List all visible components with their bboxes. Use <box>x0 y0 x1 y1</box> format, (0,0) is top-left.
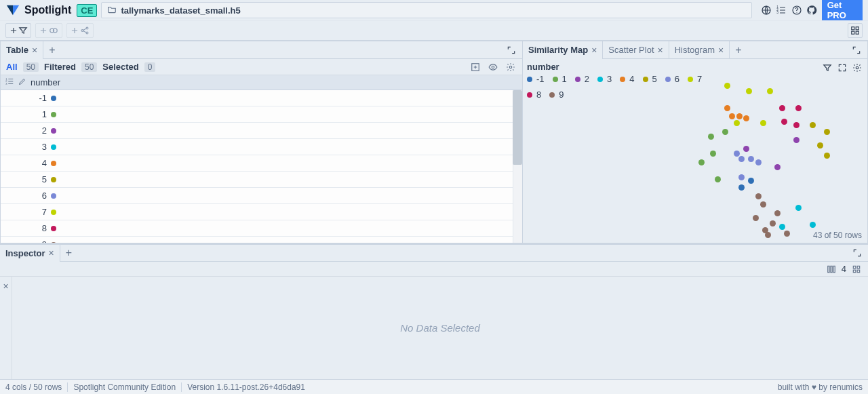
scatter-point[interactable] <box>708 134 714 140</box>
scatter-point[interactable] <box>817 142 823 149</box>
scatter-point[interactable] <box>779 105 785 111</box>
close-icon[interactable]: × <box>32 45 37 56</box>
close-icon[interactable]: × <box>0 277 12 379</box>
scatter-point[interactable] <box>738 184 745 191</box>
close-icon[interactable]: × <box>49 248 54 258</box>
scatter-point[interactable] <box>779 224 785 230</box>
eye-icon[interactable] <box>487 61 499 73</box>
scatter-point[interactable] <box>738 156 745 162</box>
scatter-point[interactable] <box>715 176 721 182</box>
add-column-icon[interactable] <box>469 61 481 73</box>
scatter-area[interactable] <box>523 59 867 243</box>
scrollbar-thumb[interactable] <box>513 90 522 165</box>
scatter-point[interactable] <box>743 146 749 152</box>
table-row[interactable]: 3 <box>1 139 522 155</box>
get-pro-button[interactable]: Get PRO <box>822 0 863 22</box>
scatter-point[interactable] <box>774 210 781 216</box>
scatter-point[interactable] <box>824 153 830 159</box>
table-row[interactable]: 9 <box>1 237 522 243</box>
close-icon[interactable]: × <box>718 45 724 56</box>
table-row[interactable]: 4 <box>1 155 522 172</box>
network-icon[interactable] <box>760 3 772 17</box>
tab-histogram[interactable]: Histogram × <box>669 41 730 58</box>
table-row[interactable]: 6 <box>1 188 522 204</box>
scatter-point[interactable] <box>746 88 752 94</box>
similarity-body[interactable]: number -1123456789 43 of 50 rows <box>523 59 867 243</box>
filter-all[interactable]: All <box>6 62 18 72</box>
layout-grid-button[interactable] <box>848 23 863 38</box>
filter-filtered[interactable]: Filtered <box>44 62 76 72</box>
scatter-point[interactable] <box>734 120 740 126</box>
columns-icon[interactable] <box>825 263 837 275</box>
tab-add-button[interactable]: + <box>730 41 747 58</box>
scatter-point[interactable] <box>760 120 766 126</box>
scatter-point[interactable] <box>793 137 800 143</box>
file-box[interactable]: tallymarks_dataset_small.h5 <box>101 2 752 18</box>
column-header[interactable]: 123 number <box>1 75 522 90</box>
help-icon[interactable] <box>791 3 803 17</box>
color-dot <box>51 96 56 101</box>
grid-small-icon[interactable] <box>850 263 863 275</box>
scatter-point[interactable] <box>770 220 776 226</box>
scatter-point[interactable] <box>781 119 787 125</box>
scatter-point[interactable] <box>710 151 716 157</box>
scatter-point[interactable] <box>722 129 728 135</box>
add-filter-button[interactable] <box>5 23 31 38</box>
scatter-point[interactable] <box>774 164 781 170</box>
scatter-point[interactable] <box>810 222 816 228</box>
close-icon[interactable]: × <box>658 45 663 56</box>
table-row[interactable]: -1 <box>1 90 522 106</box>
scatter-point[interactable] <box>724 105 730 111</box>
svg-marker-1 <box>13 5 19 16</box>
scatter-point[interactable] <box>753 215 759 221</box>
scatter-point[interactable] <box>793 122 800 128</box>
table-row[interactable]: 5 <box>1 172 522 188</box>
maximize-icon[interactable] <box>849 245 865 261</box>
scatter-point[interactable] <box>810 122 816 128</box>
github-icon[interactable] <box>806 3 818 17</box>
expand-icon[interactable] <box>836 62 848 74</box>
maximize-icon[interactable] <box>503 42 519 58</box>
inspector-panel: Inspector × + 4 × No Data Selected <box>0 243 868 379</box>
table-row[interactable]: 2 <box>1 123 522 139</box>
gear-icon[interactable] <box>505 61 517 73</box>
cell-value: 6 <box>1 191 51 201</box>
scrollbar[interactable] <box>513 90 522 243</box>
scatter-point[interactable] <box>795 205 802 211</box>
scatter-point[interactable] <box>755 193 762 199</box>
scatter-point[interactable] <box>765 232 771 238</box>
gear-icon[interactable] <box>851 62 863 74</box>
similarity-panel: Similarity Map × Scatter Plot × Histogra… <box>522 41 868 243</box>
scatter-point[interactable] <box>734 151 740 157</box>
list-number-icon[interactable]: 123 <box>776 3 787 17</box>
table-row[interactable]: 8 <box>1 220 522 237</box>
scatter-point[interactable] <box>760 201 766 208</box>
scatter-point[interactable] <box>738 174 745 180</box>
filter-selected[interactable]: Selected <box>102 62 138 72</box>
scatter-point[interactable] <box>724 83 730 89</box>
scatter-point[interactable] <box>736 113 743 119</box>
close-icon[interactable]: × <box>591 45 597 56</box>
svg-rect-28 <box>857 266 860 269</box>
tab-similarity[interactable]: Similarity Map × <box>523 41 603 58</box>
filter-icon[interactable] <box>821 62 833 74</box>
maximize-icon[interactable] <box>848 42 865 58</box>
tab-add-button[interactable]: + <box>43 41 60 58</box>
scatter-point[interactable] <box>767 88 773 94</box>
tab-inspector[interactable]: Inspector × <box>0 245 60 261</box>
scatter-point[interactable] <box>748 178 754 184</box>
table-row[interactable]: 1 <box>1 106 522 123</box>
scatter-point[interactable] <box>729 113 735 119</box>
table-body[interactable]: -1123456789 <box>1 90 522 243</box>
table-row[interactable]: 7 <box>1 204 522 220</box>
scatter-point[interactable] <box>795 105 802 111</box>
scatter-point[interactable] <box>743 115 749 121</box>
scatter-point[interactable] <box>755 159 762 165</box>
tab-table[interactable]: Table × <box>1 41 43 58</box>
scatter-point[interactable] <box>698 159 705 165</box>
scatter-point[interactable] <box>824 129 830 135</box>
scatter-point[interactable] <box>748 156 754 162</box>
tab-scatter[interactable]: Scatter Plot × <box>603 41 669 58</box>
scatter-point[interactable] <box>784 231 790 237</box>
tab-add-button[interactable]: + <box>60 245 77 261</box>
